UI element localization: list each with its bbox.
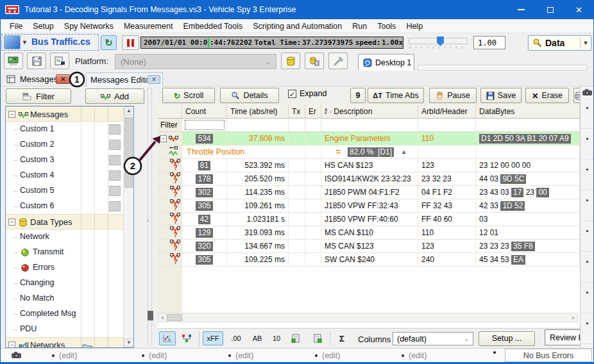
- message-row-hs-can-123[interactable]: ?81523.392 msHS CAN $12312323 12 00 00 0…: [158, 159, 580, 172]
- message-row-ms-can-123[interactable]: ?320134.667 msMS CAN $12312323 23 23 35 …: [158, 240, 580, 253]
- data-button[interactable]: Data ▼: [528, 35, 591, 51]
- tab-messages-editor[interactable]: Messages Editor ✕: [86, 72, 163, 87]
- print-button[interactable]: [573, 88, 580, 103]
- binary-format-button[interactable]: 10: [268, 331, 285, 345]
- menu-item-measurement[interactable]: Measurement: [119, 19, 178, 33]
- sidebar-item-transmit[interactable]: Transmit: [6, 245, 123, 260]
- filter-cell-box[interactable]: [109, 201, 121, 211]
- message-row-sw-can-240[interactable]: ?305109.225 msSW CAN $24024045 34 53 EA: [158, 253, 580, 267]
- sidebar-item-pdu[interactable]: PDU: [6, 322, 123, 337]
- hscroll-thumb[interactable]: [167, 314, 182, 321]
- byte-count-button[interactable]: 9: [350, 88, 366, 103]
- platform-dropdown[interactable]: (None)⌄: [115, 54, 276, 69]
- column-header-count[interactable]: Count: [182, 104, 227, 118]
- add-column-left-button[interactable]: [287, 331, 304, 345]
- collapse-box-icon[interactable]: −: [8, 111, 15, 118]
- scroll-down-icon[interactable]: ▼: [124, 338, 134, 347]
- details-button[interactable]: Details: [220, 88, 279, 103]
- message-row-ms-can-110[interactable]: ?129319.093 msMS CAN $11011012 01: [158, 226, 580, 240]
- filter-cell-box[interactable]: [109, 186, 121, 196]
- sidebar-item-network[interactable]: Network: [6, 229, 123, 245]
- decimal-format-button[interactable]: .00: [227, 331, 245, 345]
- sidebar-item-messages[interactable]: −Messages: [6, 106, 123, 122]
- tree-scrollbar[interactable]: ▲▼: [123, 106, 133, 347]
- mini-scroll-thumb[interactable]: [148, 311, 153, 320]
- menu-item-tools[interactable]: Tools: [372, 19, 401, 33]
- filter-cell-box[interactable]: [109, 124, 121, 135]
- sidebar-item-completed-msg[interactable]: Completed Msg: [6, 306, 123, 322]
- save-setup-button[interactable]: [27, 53, 46, 69]
- setup-button[interactable]: Setup ...: [479, 331, 535, 346]
- scroll-button[interactable]: ↻Scroll: [162, 88, 215, 103]
- sidebar-item-custom-6[interactable]: Custom 6: [6, 199, 123, 214]
- hardware-button[interactable]: [4, 53, 23, 69]
- ascii-format-button[interactable]: AB: [249, 331, 266, 345]
- collapse-box-icon[interactable]: −: [160, 135, 167, 142]
- setup-file-name[interactable]: Bus Traffic.cs: [31, 37, 90, 47]
- save-button[interactable]: Save: [480, 88, 522, 103]
- database-sync-button[interactable]: [305, 53, 324, 69]
- menu-item-setup[interactable]: Setup: [28, 19, 59, 33]
- filter-cell-box[interactable]: [109, 155, 121, 165]
- collapse-sidebar-icon[interactable]: ‹: [147, 217, 149, 224]
- column-header-er[interactable]: Er: [305, 104, 321, 118]
- database-button[interactable]: [281, 53, 300, 69]
- speed-slider[interactable]: [409, 38, 468, 44]
- status-edit-item[interactable]: (edit): [402, 351, 427, 360]
- sidebar-item-data-types[interactable]: −Data Types: [6, 214, 123, 229]
- data-dropdown-icon[interactable]: ▼: [581, 40, 591, 46]
- refresh-button[interactable]: ↻: [101, 35, 117, 50]
- hex-format-button[interactable]: xFF: [203, 331, 223, 345]
- playback-pause-button[interactable]: [122, 35, 139, 50]
- logo-button[interactable]: [4, 35, 21, 49]
- menu-item-run[interactable]: Run: [347, 19, 372, 33]
- messages-editor-close-button[interactable]: ✕: [148, 75, 160, 84]
- erase-button[interactable]: ✕Erase: [525, 88, 569, 103]
- column-header-tx[interactable]: Tx: [289, 104, 305, 118]
- platform-button[interactable]: [50, 53, 69, 69]
- horizontal-scrollbar[interactable]: ‹ ›: [158, 313, 578, 322]
- collapse-box-icon[interactable]: −: [8, 342, 15, 348]
- sidebar-item-custom-3[interactable]: Custom 3: [6, 153, 123, 168]
- tab-messages[interactable]: Messages: [20, 74, 58, 84]
- tree-scroll-thumb[interactable]: [124, 117, 133, 188]
- filter-cell-box[interactable]: [109, 140, 121, 150]
- graph-mode-button[interactable]: [159, 331, 176, 345]
- sidebar-item-custom-1[interactable]: Custom 1: [6, 122, 123, 137]
- menu-item-scripting-and-automation[interactable]: Scripting and Automation: [248, 19, 347, 33]
- signal-row-throttle-position[interactable]: Throttle Position=82.0 % [D1]▲: [158, 145, 580, 159]
- close-button[interactable]: ✕: [564, 0, 593, 19]
- sidebar-item-errors[interactable]: Errors: [6, 260, 123, 276]
- tools-button[interactable]: [328, 53, 348, 69]
- messages-close-button[interactable]: ✕: [56, 74, 71, 84]
- logo-dropdown-icon[interactable]: ▼: [22, 39, 28, 46]
- status-edit-item[interactable]: (edit): [228, 351, 253, 360]
- add-button[interactable]: Add: [85, 88, 144, 104]
- maximize-button[interactable]: [536, 0, 564, 19]
- scroll-left-icon[interactable]: ‹: [158, 313, 167, 322]
- speed-slider-thumb[interactable]: [437, 37, 444, 46]
- sidebar-item-no-match[interactable]: No Match: [6, 291, 123, 306]
- collapse-box-icon[interactable]: −: [8, 219, 15, 226]
- speed-input[interactable]: [473, 36, 505, 49]
- column-header-databytes[interactable]: DataBytes: [476, 104, 580, 118]
- column-header-description[interactable]: AZ↓Description: [321, 104, 418, 118]
- message-row-iso9141-kw2k-23-32-23[interactable]: ?178205.520 msISO9141/KW2K 23:32:2323 32…: [158, 172, 580, 186]
- count-filter-input[interactable]: [185, 120, 225, 130]
- status-edit-item[interactable]: (edit): [142, 351, 167, 360]
- menu-item-embedded-tools[interactable]: Embedded Tools: [178, 19, 248, 33]
- columns-select[interactable]: (default)⌄: [393, 332, 473, 345]
- column-header-arbid-header[interactable]: ArbId/Header: [418, 104, 476, 118]
- status-edit-item[interactable]: (edit): [52, 351, 77, 360]
- status-edit-item[interactable]: (edit): [315, 351, 340, 360]
- message-row-engine-parameters[interactable]: −53437.608 msEngine Parameters110D1 2D 5…: [158, 132, 580, 145]
- add-column-right-button[interactable]: [309, 331, 326, 345]
- filter-cell-box[interactable]: [109, 170, 121, 181]
- menu-item-file[interactable]: File: [4, 19, 28, 33]
- menu-item-help[interactable]: Help: [401, 19, 428, 33]
- sum-button[interactable]: Σ: [334, 331, 350, 345]
- sidebar-item-changing[interactable]: Changing: [6, 276, 123, 291]
- sidebar-item-custom-5[interactable]: Custom 5: [6, 183, 123, 199]
- column-header-time-abs-rel-[interactable]: Time (abs/rel): [227, 104, 289, 118]
- filter-button[interactable]: ON Filter: [6, 88, 71, 104]
